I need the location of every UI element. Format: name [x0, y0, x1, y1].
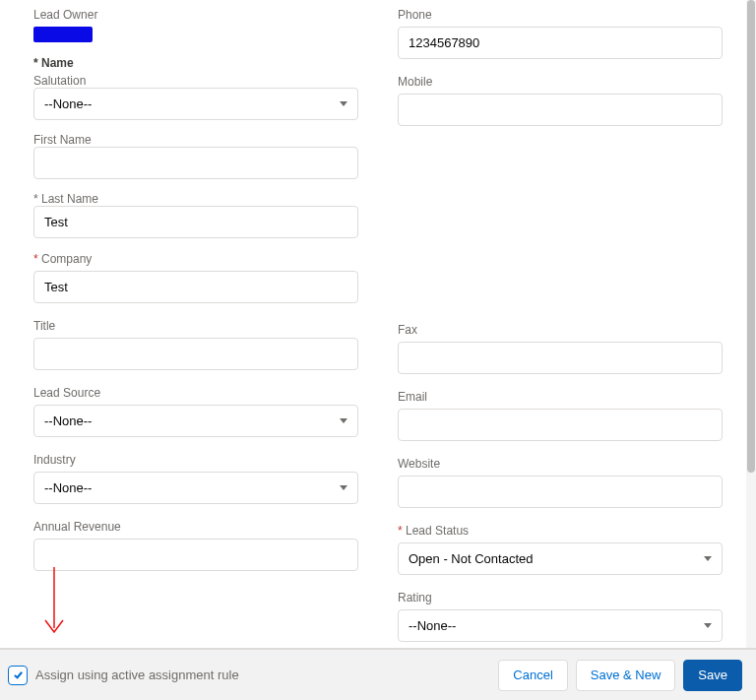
salutation-select[interactable]: --None--: [33, 88, 358, 120]
scrollbar-thumb[interactable]: [747, 0, 755, 473]
rating-label: Rating: [398, 591, 723, 606]
lead-owner-value-redacted: [33, 27, 93, 42]
title-input[interactable]: [33, 338, 358, 370]
title-label: Title: [33, 319, 358, 335]
company-input[interactable]: [33, 271, 358, 303]
assign-rule-checkbox[interactable]: [8, 666, 28, 685]
save-and-new-button[interactable]: Save & New: [576, 660, 676, 691]
mobile-label: Mobile: [398, 75, 723, 91]
footer-bar: Assign using active assignment rule Canc…: [0, 648, 756, 700]
rating-select[interactable]: --None--: [398, 609, 723, 642]
annual-revenue-input[interactable]: [33, 539, 358, 571]
phone-input[interactable]: [398, 27, 723, 59]
chevron-down-icon: [704, 623, 712, 628]
chevron-down-icon: [340, 485, 347, 490]
cancel-button[interactable]: Cancel: [498, 660, 567, 691]
chevron-down-icon: [340, 101, 347, 106]
last-name-input[interactable]: [33, 206, 358, 238]
name-section-label: * Name: [33, 56, 358, 70]
industry-label: Industry: [33, 453, 358, 469]
email-label: Email: [398, 390, 723, 406]
lead-source-label: Lead Source: [33, 386, 358, 402]
email-input[interactable]: [398, 409, 723, 441]
checkmark-icon: [13, 669, 24, 680]
lead-status-label: * Lead Status: [398, 524, 723, 540]
lead-owner-label: Lead Owner: [33, 8, 358, 24]
scrollbar[interactable]: [746, 0, 756, 648]
fax-input[interactable]: [398, 342, 723, 374]
salutation-label: Salutation: [33, 74, 86, 88]
annual-revenue-label: Annual Revenue: [33, 520, 358, 536]
company-label: * Company: [33, 252, 358, 268]
fax-label: Fax: [398, 323, 723, 339]
chevron-down-icon: [704, 556, 712, 561]
industry-select[interactable]: --None--: [33, 472, 358, 504]
chevron-down-icon: [340, 418, 347, 423]
assign-rule-label: Assign using active assignment rule: [35, 668, 498, 682]
phone-label: Phone: [398, 8, 723, 24]
mobile-input[interactable]: [398, 94, 723, 126]
first-name-label: First Name: [33, 133, 92, 147]
lead-source-select[interactable]: --None--: [33, 405, 358, 437]
last-name-label: * Last Name: [33, 192, 98, 206]
save-button[interactable]: Save: [683, 660, 742, 691]
website-label: Website: [398, 457, 723, 473]
lead-status-select[interactable]: Open - Not Contacted: [398, 542, 723, 575]
lead-owner-field: Lead Owner: [33, 8, 358, 42]
website-input[interactable]: [398, 476, 723, 508]
first-name-input[interactable]: [33, 147, 358, 179]
